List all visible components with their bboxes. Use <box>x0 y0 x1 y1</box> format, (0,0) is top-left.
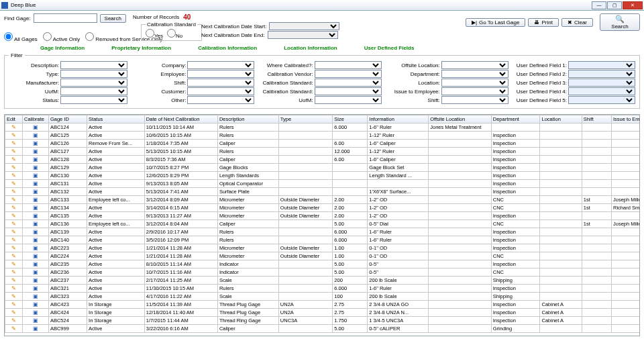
radio-active-only[interactable]: Active Only <box>43 32 80 42</box>
filter-select-udf2[interactable] <box>568 70 635 78</box>
filter-select-shift2[interactable] <box>187 79 254 87</box>
cell[interactable]: ✎ <box>5 236 23 244</box>
find-search-button[interactable]: Search <box>100 14 126 23</box>
edit-icon[interactable]: ✎ <box>11 197 16 203</box>
grid-scroll[interactable]: EditCalibrateGage IDStatusDate of Next C… <box>5 115 639 336</box>
column-header[interactable]: Status <box>87 115 145 124</box>
cell[interactable]: ✎ <box>5 244 23 252</box>
cell[interactable]: ✎ <box>5 172 23 180</box>
cell[interactable]: ▣ <box>22 188 48 196</box>
calibrate-icon[interactable]: ▣ <box>33 181 38 187</box>
table-row[interactable]: ✎▣ABC323Active4/17/2016 11:22 AMScale100… <box>5 293 640 301</box>
cell[interactable]: ✎ <box>5 148 23 156</box>
calibrate-icon[interactable]: ▣ <box>33 261 38 267</box>
table-row[interactable]: ✎▣ABC237Active2/17/2014 11:25 AMScale200… <box>5 277 640 285</box>
calibrate-icon[interactable]: ▣ <box>33 253 38 259</box>
filter-select-calVendor[interactable] <box>315 70 382 78</box>
cell[interactable]: ✎ <box>5 252 23 260</box>
edit-icon[interactable]: ✎ <box>11 245 16 251</box>
calibrate-icon[interactable]: ▣ <box>33 229 38 235</box>
edit-icon[interactable]: ✎ <box>11 148 16 154</box>
calibrate-icon[interactable]: ▣ <box>33 277 38 283</box>
calibrate-icon[interactable]: ▣ <box>33 269 38 275</box>
cell[interactable]: ✎ <box>5 317 23 325</box>
edit-icon[interactable]: ✎ <box>11 132 16 138</box>
calibrate-icon[interactable]: ▣ <box>33 245 38 251</box>
table-row[interactable]: ✎▣ABC321Active11/30/2015 10:15 AMRulers6… <box>5 285 640 293</box>
table-row[interactable]: ✎▣ABC236Active10/7/2015 11:16 AMIndicato… <box>5 268 640 277</box>
column-header[interactable]: Calibrate <box>22 115 48 124</box>
cell[interactable]: ✎ <box>5 285 23 293</box>
column-header[interactable]: Type <box>278 115 333 124</box>
cell[interactable]: ▣ <box>22 309 48 317</box>
cell[interactable]: ✎ <box>5 228 23 236</box>
filter-select-location[interactable] <box>441 79 508 87</box>
calibrate-icon[interactable]: ▣ <box>33 221 38 227</box>
edit-icon[interactable]: ✎ <box>11 221 16 227</box>
cell[interactable]: ▣ <box>22 301 48 309</box>
edit-icon[interactable]: ✎ <box>11 309 16 315</box>
cell[interactable]: ✎ <box>5 277 23 285</box>
table-row[interactable]: ✎▣ABC140Active3/5/2016 12:09 PMRulers6.0… <box>5 236 640 244</box>
column-header[interactable]: Department <box>491 115 540 124</box>
next-cal-start-input[interactable] <box>269 22 339 30</box>
edit-icon[interactable]: ✎ <box>11 285 16 291</box>
cell[interactable]: ▣ <box>22 220 48 228</box>
cell[interactable]: ▣ <box>22 293 48 301</box>
cell[interactable]: ✎ <box>5 164 23 172</box>
filter-select-uofm[interactable] <box>60 87 127 95</box>
filter-select-customer[interactable] <box>187 87 254 95</box>
column-header[interactable]: Issue to Employee <box>611 115 639 124</box>
cell[interactable]: ✎ <box>5 188 23 196</box>
table-row[interactable]: ✎▣ABC131Active9/13/2013 8:05 AMOptical C… <box>5 180 640 188</box>
cell[interactable]: ✎ <box>5 204 23 212</box>
big-search-button[interactable]: 🔍 Search <box>600 13 640 31</box>
table-row[interactable]: ✎▣ABC139Active2/9/2016 10:17 AMRulers6.0… <box>5 228 640 236</box>
edit-icon[interactable]: ✎ <box>11 261 16 267</box>
cell[interactable]: ✎ <box>5 220 23 228</box>
filter-select-manufacturer[interactable] <box>60 79 127 87</box>
filter-select-issueEmp[interactable] <box>441 87 508 95</box>
filter-select-udf5[interactable] <box>568 96 635 104</box>
cell[interactable]: ✎ <box>5 301 23 309</box>
cell[interactable]: ▣ <box>22 212 48 220</box>
filter-select-company[interactable] <box>187 61 254 69</box>
column-header[interactable]: Offsite Location <box>429 115 492 124</box>
calstd-no[interactable]: No <box>167 29 182 39</box>
table-row[interactable]: ✎▣ABC130Active12/6/2015 8:29 PMLength St… <box>5 172 640 180</box>
maximize-button[interactable]: ▢ <box>607 1 622 9</box>
column-header[interactable]: Description <box>217 115 278 124</box>
calibrate-icon[interactable]: ▣ <box>33 148 38 154</box>
calibrate-icon[interactable]: ▣ <box>33 124 38 130</box>
table-row[interactable]: ✎▣ABC223Active1/21/2014 11:28 AMMicromet… <box>5 244 640 252</box>
cell[interactable]: ✎ <box>5 212 23 220</box>
edit-icon[interactable]: ✎ <box>11 229 16 235</box>
calibrate-icon[interactable]: ▣ <box>33 213 38 219</box>
cell[interactable]: ✎ <box>5 325 23 333</box>
filter-select-status[interactable] <box>60 96 127 104</box>
filter-select-whereCal[interactable] <box>315 61 382 69</box>
edit-icon[interactable]: ✎ <box>11 293 16 299</box>
cell[interactable]: ▣ <box>22 164 48 172</box>
edit-icon[interactable]: ✎ <box>11 213 16 219</box>
column-header[interactable]: Date of Next Calibration <box>144 115 217 124</box>
table-row[interactable]: ✎▣ABC125Active10/6/2015 10:15 AMRulers1-… <box>5 132 640 140</box>
table-row[interactable]: ✎▣ABC423In Storage11/5/2014 11:39 AMThre… <box>5 301 640 309</box>
radio-all-gages[interactable]: All Gages <box>4 32 38 42</box>
filter-select-udf1[interactable] <box>568 61 635 69</box>
table-row[interactable]: ✎▣ABC999Active3/22/2016 6:16 AMCaliper5.… <box>5 325 640 333</box>
cell[interactable]: ▣ <box>22 204 48 212</box>
edit-icon[interactable]: ✎ <box>11 269 16 275</box>
calibrate-icon[interactable]: ▣ <box>33 189 38 195</box>
cell[interactable]: ▣ <box>22 325 48 333</box>
column-header[interactable]: Shift <box>582 115 611 124</box>
edit-icon[interactable]: ✎ <box>11 164 16 170</box>
calibrate-icon[interactable]: ▣ <box>33 132 38 138</box>
table-row[interactable]: ✎▣ABC133Employee left co...3/12/2014 8:0… <box>5 196 640 204</box>
calibrate-icon[interactable]: ▣ <box>33 237 38 243</box>
table-row[interactable]: ✎▣ABC235Active8/10/2015 11:14 AMIndicato… <box>5 260 640 268</box>
edit-icon[interactable]: ✎ <box>11 189 16 195</box>
table-row[interactable]: ✎▣ABC129Active10/7/2015 8:27 PMGage Bloc… <box>5 164 640 172</box>
next-cal-end-input[interactable] <box>268 31 338 39</box>
calibrate-icon[interactable]: ▣ <box>33 173 38 179</box>
